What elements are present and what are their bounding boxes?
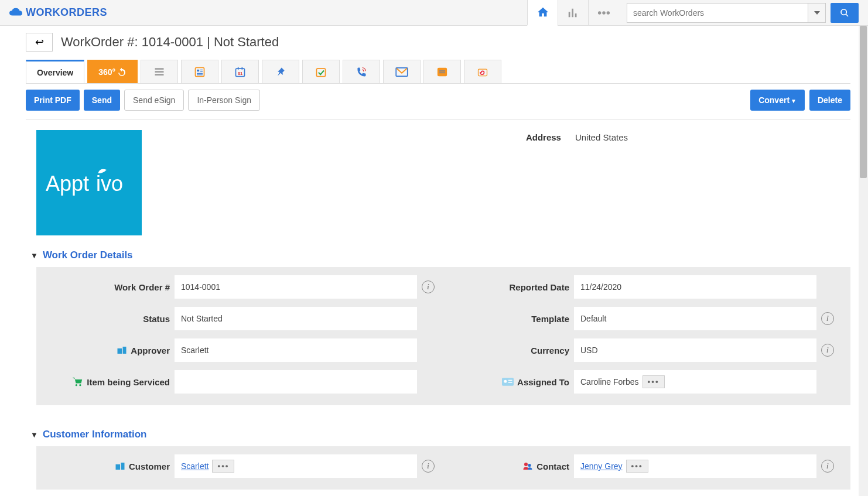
app-title: WORKORDERS bbox=[26, 6, 107, 19]
value-approver[interactable]: Scarlett bbox=[175, 338, 417, 362]
tab-overview[interactable]: Overview bbox=[26, 60, 84, 83]
home-icon bbox=[536, 6, 549, 19]
label-customer-text: Customer bbox=[129, 461, 170, 471]
address-value: United States bbox=[575, 132, 628, 235]
news-icon bbox=[194, 66, 206, 78]
label-assigned-text: Assigned To bbox=[517, 377, 569, 387]
search-input[interactable] bbox=[627, 3, 808, 23]
info-icon[interactable]: i bbox=[821, 344, 834, 357]
back-button[interactable]: ↩ bbox=[26, 33, 53, 52]
value-customer[interactable]: Scarlett ••• bbox=[175, 454, 417, 478]
search-dropdown[interactable] bbox=[808, 3, 826, 23]
svg-rect-11 bbox=[200, 71, 203, 71]
label-contact-text: Contact bbox=[536, 461, 569, 471]
cart-icon bbox=[71, 377, 83, 387]
building-icon bbox=[115, 461, 125, 471]
field-item-serviced: Item being Serviced bbox=[53, 370, 435, 394]
note-icon bbox=[436, 66, 448, 78]
label-template: Template bbox=[452, 314, 569, 324]
delete-button[interactable]: Delete bbox=[809, 90, 850, 111]
top-right bbox=[527, 0, 859, 26]
field-contact: Contact Jenny Grey ••• i bbox=[452, 454, 834, 478]
search-button[interactable] bbox=[831, 3, 859, 23]
apptivo-logo-icon: Appt ivo bbox=[42, 165, 136, 200]
section-title-customer: Customer Information bbox=[43, 429, 147, 440]
info-icon[interactable]: i bbox=[422, 460, 435, 473]
svg-rect-7 bbox=[155, 74, 164, 75]
in-person-sign-button[interactable]: In-Person Sign bbox=[188, 90, 260, 111]
ellipsis-icon bbox=[597, 11, 610, 15]
svg-text:ivo: ivo bbox=[96, 172, 123, 196]
calendar-icon: 31 bbox=[234, 66, 246, 78]
chevron-down-icon: ▼ bbox=[30, 430, 38, 439]
attachment-icon bbox=[477, 66, 488, 78]
value-status[interactable]: Not Started bbox=[175, 307, 417, 330]
top-header: WORKORDERS bbox=[0, 0, 868, 26]
contact-picker-button[interactable]: ••• bbox=[626, 460, 648, 472]
value-contact[interactable]: Jenny Grey ••• bbox=[574, 454, 816, 478]
section-header-details[interactable]: ▼ Work Order Details bbox=[26, 241, 850, 267]
info-icon[interactable]: i bbox=[821, 312, 834, 325]
search-icon bbox=[840, 8, 849, 18]
tab-pin[interactable] bbox=[262, 60, 299, 83]
customer-link[interactable]: Scarlett bbox=[181, 461, 209, 471]
page-title: WorkOrder #: 1014-0001 | Not Started bbox=[61, 35, 279, 50]
address-block: Address United States bbox=[526, 130, 850, 235]
tab-task[interactable] bbox=[302, 60, 340, 83]
svg-rect-10 bbox=[200, 69, 203, 70]
tab-list[interactable] bbox=[141, 60, 178, 83]
more-nav[interactable] bbox=[588, 0, 618, 26]
value-reported-date[interactable]: 11/24/2020 bbox=[574, 275, 816, 299]
send-button[interactable]: Send bbox=[84, 90, 120, 111]
value-workorder-num[interactable]: 1014-0001 bbox=[175, 275, 417, 299]
tab-attachment[interactable] bbox=[464, 60, 501, 83]
tab-calendar[interactable]: 31 bbox=[221, 60, 259, 83]
field-status: Status Not Started bbox=[53, 307, 435, 330]
send-esign-button[interactable]: Send eSign bbox=[124, 90, 184, 111]
info-icon[interactable]: i bbox=[821, 460, 834, 473]
svg-rect-22 bbox=[439, 72, 445, 73]
field-approver: Approver Scarlett bbox=[53, 338, 435, 362]
field-assigned-to: Assigned To Caroline Forbes ••• bbox=[452, 370, 834, 394]
tab-call[interactable] bbox=[343, 60, 380, 83]
tab-note[interactable] bbox=[423, 60, 461, 83]
svg-rect-15 bbox=[238, 67, 239, 69]
value-template[interactable]: Default bbox=[574, 307, 816, 330]
label-customer: Customer bbox=[53, 461, 170, 471]
svg-rect-9 bbox=[197, 69, 199, 71]
section-title-details: Work Order Details bbox=[43, 249, 133, 261]
customer-picker-button[interactable]: ••• bbox=[212, 460, 234, 472]
tab-news[interactable] bbox=[181, 60, 218, 83]
field-reported-date: Reported Date 11/24/2020 bbox=[452, 275, 834, 299]
people-icon bbox=[522, 461, 533, 471]
svg-rect-21 bbox=[439, 70, 445, 71]
svg-rect-20 bbox=[438, 68, 447, 76]
tab-360-label: 360° bbox=[98, 67, 115, 77]
value-currency[interactable]: USD bbox=[574, 338, 816, 362]
tab-mail[interactable] bbox=[383, 60, 421, 83]
caret-down-icon: ▼ bbox=[791, 98, 797, 104]
value-item-serviced[interactable] bbox=[175, 370, 417, 394]
value-assigned-to[interactable]: Caroline Forbes ••• bbox=[574, 370, 816, 394]
svg-rect-28 bbox=[508, 380, 512, 381]
svg-point-3 bbox=[841, 9, 846, 15]
section-header-customer[interactable]: ▼ Customer Information bbox=[26, 420, 850, 446]
print-pdf-button[interactable]: Print PDF bbox=[26, 90, 80, 111]
contact-link[interactable]: Jenny Grey bbox=[580, 461, 623, 471]
app-brand[interactable]: WORKORDERS bbox=[9, 6, 107, 19]
scrollbar-thumb[interactable] bbox=[860, 26, 867, 178]
tab-360[interactable]: 360° bbox=[87, 60, 138, 83]
building-icon bbox=[117, 346, 127, 355]
actions-row: Print PDF Send Send eSign In-Person Sign… bbox=[26, 84, 850, 119]
info-icon[interactable]: i bbox=[422, 281, 435, 293]
scrollbar[interactable] bbox=[859, 26, 868, 496]
stats-nav[interactable] bbox=[558, 0, 588, 26]
svg-rect-12 bbox=[197, 73, 203, 73]
company-logo: Appt ivo bbox=[36, 130, 142, 235]
field-currency: Currency USD i bbox=[452, 338, 834, 362]
svg-rect-16 bbox=[242, 67, 243, 69]
convert-button[interactable]: Convert▼ bbox=[750, 90, 805, 111]
home-nav[interactable] bbox=[527, 0, 558, 26]
assigned-picker-button[interactable]: ••• bbox=[643, 375, 665, 388]
task-icon bbox=[315, 66, 327, 78]
